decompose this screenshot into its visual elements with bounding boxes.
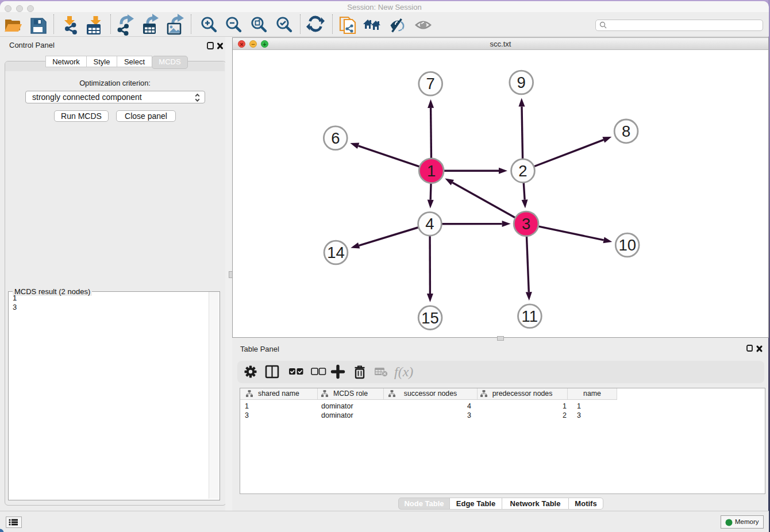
svg-text:10: 10	[618, 236, 636, 254]
svg-text:15: 15	[421, 309, 439, 327]
svg-text:f(x): f(x)	[394, 364, 413, 379]
svg-text:6: 6	[331, 129, 340, 147]
svg-text:11: 11	[522, 307, 538, 325]
svg-text:14: 14	[327, 244, 345, 261]
svg-text:8: 8	[622, 122, 630, 140]
svg-text:1: 1	[427, 162, 436, 180]
svg-text:9: 9	[517, 74, 526, 91]
svg-text:2: 2	[518, 162, 527, 180]
svg-text:3: 3	[522, 215, 530, 233]
svg-text:7: 7	[426, 75, 435, 92]
svg-text:4: 4	[425, 215, 434, 233]
